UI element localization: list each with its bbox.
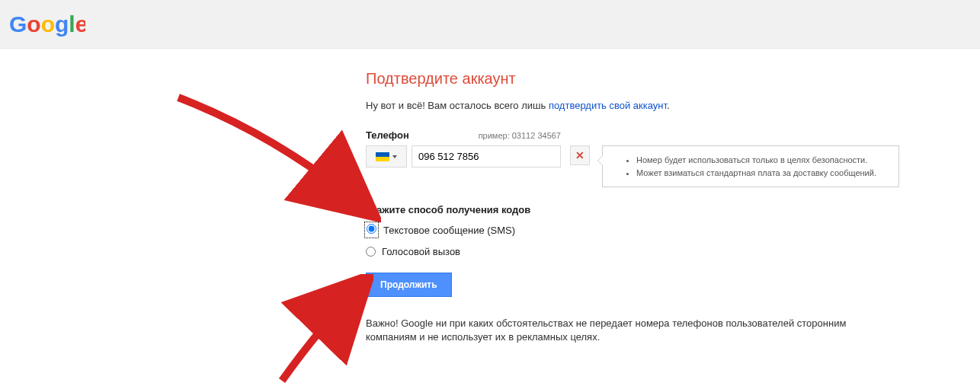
phone-tooltip: Номер будет использоваться только в целя… <box>602 145 899 187</box>
phone-row: ✕ Номер будет использоваться только в це… <box>366 145 980 187</box>
radio-sms[interactable]: Текстовое сообщение (SMS) <box>366 223 980 237</box>
continue-button[interactable]: Продолжить <box>366 273 452 297</box>
google-logo: Google <box>9 11 85 40</box>
radio-sms-input[interactable] <box>367 224 376 234</box>
disclaimer-text: Важно! Google ни при каких обстоятельств… <box>366 317 853 344</box>
page-title: Подтвердите аккаунт <box>366 70 980 88</box>
close-icon: ✕ <box>575 149 584 161</box>
phone-label-row: Телефон пример: 03112 34567 <box>366 129 561 141</box>
header: Google <box>0 0 980 49</box>
country-select[interactable] <box>366 145 407 167</box>
method-label: Укажите способ получения кодов <box>366 204 980 215</box>
verify-link[interactable]: подтвердить свой аккаунт <box>549 100 667 111</box>
phone-input[interactable] <box>412 145 561 167</box>
ukraine-flag-icon <box>376 152 389 161</box>
intro-text: Ну вот и всё! Вам осталось всего лишь по… <box>366 100 980 111</box>
main-content: Подтвердите аккаунт Ну вот и всё! Вам ос… <box>0 49 980 344</box>
clear-button[interactable]: ✕ <box>570 145 590 165</box>
phone-label: Телефон <box>366 129 409 141</box>
chevron-down-icon <box>392 155 397 158</box>
radio-voice[interactable]: Голосовой вызов <box>366 246 980 257</box>
tooltip-line: Может взиматься стандартная плата за дос… <box>636 167 888 180</box>
intro-suffix: . <box>667 100 670 111</box>
intro-prefix: Ну вот и всё! Вам осталось всего лишь <box>366 100 549 111</box>
phone-example: пример: 03112 34567 <box>479 131 561 140</box>
tooltip-line: Номер будет использоваться только в целя… <box>636 154 888 167</box>
svg-text:Google: Google <box>9 11 85 37</box>
radio-sms-label: Текстовое сообщение (SMS) <box>383 225 515 236</box>
radio-voice-label: Голосовой вызов <box>382 246 460 257</box>
radio-voice-input[interactable] <box>366 247 376 257</box>
